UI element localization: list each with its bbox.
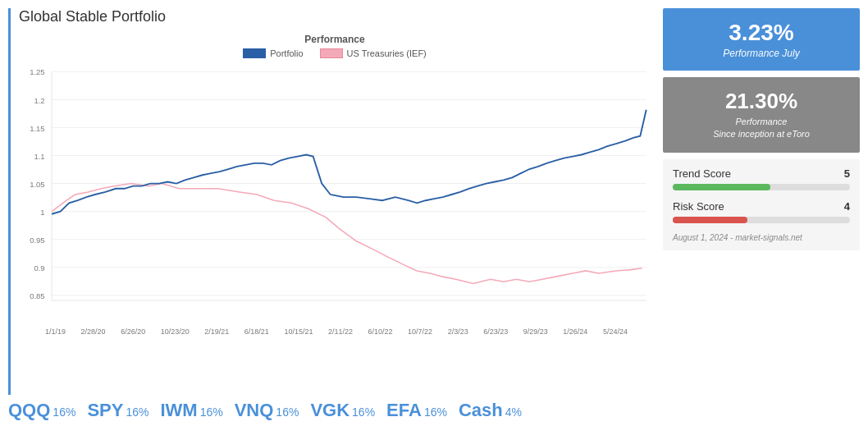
- ticker-name: VGK: [310, 400, 349, 421]
- trend-score-track: [673, 184, 850, 190]
- x-axis-label: 10/23/20: [161, 328, 190, 336]
- x-axis-label: 2/28/20: [81, 328, 106, 336]
- left-panel: Global Stable Portfolio Performance Port…: [8, 8, 651, 395]
- chart-wrapper: 1.25 1.2 1.15 1.1 1.05 1 0.95 0.9: [19, 63, 651, 326]
- ticker-name: Cash: [459, 400, 503, 421]
- x-axis-label: 6/23/23: [483, 328, 508, 336]
- ticker-item: VGK16%: [310, 400, 375, 421]
- portfolio-line: [52, 110, 646, 214]
- svg-text:0.95: 0.95: [30, 236, 44, 245]
- ticker-pct: 16%: [424, 405, 447, 419]
- right-panel: 3.23% Performance July 21.30% Performanc…: [663, 8, 860, 395]
- x-axis-label: 10/15/21: [284, 328, 313, 336]
- risk-score-label: Risk Score: [673, 200, 724, 213]
- svg-text:0.9: 0.9: [34, 263, 44, 273]
- legend-swatch-treasuries: [320, 48, 343, 58]
- ticker-item: EFA16%: [386, 400, 447, 421]
- trend-score-fill: [673, 184, 770, 190]
- x-axis-label: 2/3/23: [448, 328, 468, 336]
- x-axis-label: 2/19/21: [204, 328, 229, 336]
- ticker-name: VNQ: [235, 400, 274, 421]
- x-axis-label: 10/7/22: [408, 328, 432, 336]
- trend-score-row: Trend Score 5: [673, 167, 850, 180]
- ticker-pct: 4%: [505, 405, 522, 419]
- chart-area: Performance Portfolio US Treasuries (IEF…: [19, 34, 651, 395]
- legend-treasuries-label: US Treasuries (IEF): [347, 48, 427, 58]
- svg-text:1.05: 1.05: [30, 180, 44, 189]
- chart-svg: 1.25 1.2 1.15 1.1 1.05 1 0.95 0.9: [19, 63, 651, 326]
- scores-section: Trend Score 5 Risk Score 4 August 1, 202…: [663, 159, 860, 250]
- ticker-name: IWM: [160, 400, 197, 421]
- legend-swatch-portfolio: [243, 48, 266, 58]
- trend-score-value: 5: [844, 167, 850, 180]
- performance-inception-card: 21.30% Performance Since inception at eT…: [663, 77, 860, 153]
- ticker-item: SPY16%: [87, 400, 148, 421]
- svg-text:1: 1: [40, 208, 44, 217]
- ticker-pct: 16%: [53, 405, 75, 419]
- performance-inception-value: 21.30%: [671, 89, 852, 114]
- performance-july-label: Performance July: [671, 48, 852, 59]
- risk-score-value: 4: [844, 200, 850, 213]
- x-axis-label: 1/1/19: [45, 328, 66, 336]
- date-source: August 1, 2024 - market-signals.net: [673, 233, 850, 242]
- svg-text:1.2: 1.2: [34, 96, 44, 105]
- ticker-item: Cash4%: [459, 400, 522, 421]
- ticker-item: VNQ16%: [235, 400, 299, 421]
- x-axis-label: 6/10/22: [368, 328, 393, 336]
- ticker-name: QQQ: [8, 400, 50, 421]
- ticker-pct: 16%: [126, 405, 148, 419]
- ticker-item: QQQ16%: [8, 400, 75, 421]
- chart-title: Performance: [19, 34, 651, 45]
- x-axis-label: 9/29/23: [523, 328, 548, 336]
- portfolio-title: Global Stable Portfolio: [19, 8, 651, 25]
- svg-text:1.25: 1.25: [30, 68, 44, 77]
- svg-text:1.15: 1.15: [30, 124, 44, 133]
- legend-portfolio: Portfolio: [243, 48, 303, 58]
- ticker-pct: 16%: [352, 405, 375, 419]
- performance-inception-label: Performance Since inception at eToro: [671, 116, 852, 141]
- x-axis-label: 1/26/24: [563, 328, 587, 336]
- x-axis-label: 6/26/20: [121, 328, 145, 336]
- x-axis-label: 6/18/21: [244, 328, 269, 336]
- risk-score-fill: [673, 217, 747, 223]
- ticker-name: SPY: [87, 400, 123, 421]
- ticker-name: EFA: [386, 400, 422, 421]
- treasuries-line: [52, 184, 642, 284]
- chart-legend: Portfolio US Treasuries (IEF): [19, 48, 651, 58]
- svg-text:0.85: 0.85: [30, 291, 44, 300]
- performance-july-card: 3.23% Performance July: [663, 8, 860, 71]
- risk-score-row: Risk Score 4: [673, 200, 850, 213]
- ticker-pct: 16%: [200, 405, 223, 419]
- x-axis-label: 2/11/22: [328, 328, 353, 336]
- ticker-item: IWM16%: [160, 400, 222, 421]
- svg-text:1.1: 1.1: [34, 152, 44, 161]
- legend-treasuries: US Treasuries (IEF): [320, 48, 427, 58]
- risk-score-track: [673, 217, 850, 223]
- ticker-pct: 16%: [276, 405, 299, 419]
- x-axis-label: 5/24/24: [603, 328, 628, 336]
- x-axis-labels: 1/1/192/28/206/26/2010/23/202/19/216/18/…: [19, 328, 651, 336]
- legend-portfolio-label: Portfolio: [270, 48, 303, 58]
- trend-score-label: Trend Score: [673, 167, 731, 180]
- ticker-bar: QQQ16%SPY16%IWM16%VNQ16%VGK16%EFA16%Cash…: [0, 395, 868, 426]
- performance-july-value: 3.23%: [671, 20, 852, 46]
